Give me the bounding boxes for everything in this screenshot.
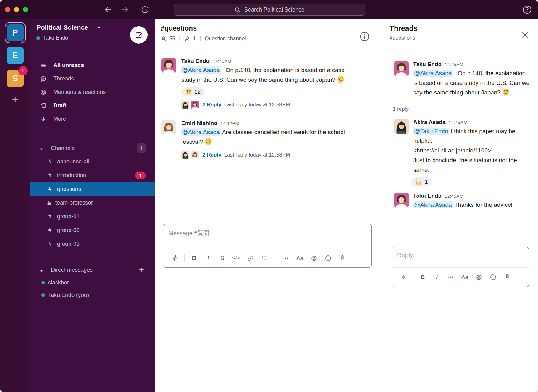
emoji-button[interactable] [321,253,335,264]
avatar-taku-endo[interactable] [394,193,409,208]
attach-file-button[interactable] [335,253,349,264]
italic-button[interactable]: I [430,272,444,283]
avatar-taku-endo[interactable] [161,58,176,73]
bold-button[interactable]: B [187,253,201,264]
new-message-button[interactable] [130,26,148,44]
mention-link[interactable]: @Akira Asada [181,66,221,74]
text-format-button[interactable]: Aa [458,272,472,283]
sidebar-dm-slackbot[interactable]: slackbot [30,276,155,289]
thread-summary[interactable]: 2 Reply Last reply today at 12:58PM [181,151,360,159]
message-author[interactable]: Emiri Nishino [181,120,217,127]
sidebar-item-draft[interactable]: Draft [30,99,155,112]
mention-link[interactable]: @Akira Asada [413,201,453,208]
ordered-list-button[interactable] [257,253,271,264]
message-author[interactable]: Taku Endo [181,58,210,65]
minimize-window-button[interactable] [14,7,19,12]
history-back-button[interactable] [104,6,112,14]
chevron-down-icon[interactable] [96,25,101,30]
sidebar-divider [30,133,155,133]
attach-file-button[interactable] [500,272,514,283]
threads-channel-name: #questions [390,35,538,41]
add-channel-button[interactable]: + [137,143,146,153]
workspace-name[interactable]: Political Science [36,24,88,31]
avatar-akira-asada[interactable] [394,119,409,134]
sidebar-channel-group-03[interactable]: # group-03 [30,237,155,251]
text-format-button[interactable]: Aa [293,253,307,264]
workspace-political-science[interactable]: P [7,24,24,41]
add-dm-button[interactable]: + [137,265,146,274]
mention-button[interactable]: @ [472,272,486,283]
channel-info-icon[interactable] [359,31,370,42]
sidebar-channel-announce-all[interactable]: # announce-all [30,155,155,168]
message-timestamp[interactable]: 14:12PM [221,121,239,126]
sidebar-channel-questions[interactable]: # questions [30,182,155,196]
reply-count-link[interactable]: 2 Reply [202,152,221,158]
message-timestamp[interactable]: 12:45AM [448,120,467,125]
reply-count-link[interactable]: 2 Reply [202,102,221,108]
close-icon[interactable] [521,31,529,39]
smiley-icon [325,255,332,262]
emoji-button[interactable] [486,272,500,283]
message-timestamp[interactable]: 12:45AM [445,193,463,199]
channel-title[interactable]: #questions [161,24,382,32]
history-forward-button[interactable] [121,6,129,14]
history-clock-icon[interactable] [141,6,149,14]
sidebar-item-mentions[interactable]: Mentions & reactions [30,85,155,99]
section-collapse-icon[interactable] [40,146,43,150]
reaction-pill[interactable]: 12 [181,87,205,96]
mention-link[interactable]: @Akira Asada [181,128,221,136]
code-button[interactable]: </> [229,253,243,264]
sidebar-channel-group-02[interactable]: # group-02 [30,223,155,237]
workspace-s[interactable]: S 1 [7,70,24,87]
zoom-window-button[interactable] [23,7,28,12]
channels-section-header[interactable]: Channels + [30,142,155,155]
more-formatting-button[interactable]: ••• [279,253,293,264]
workspace-e[interactable]: E [7,47,24,64]
close-window-button[interactable] [5,7,10,12]
avatar-emiri-nishino[interactable] [161,120,176,135]
italic-button[interactable]: I [201,253,215,264]
pin-icon[interactable] [184,36,190,42]
member-count[interactable]: 55 [169,36,175,42]
sidebar-channel-introduction[interactable]: # introduction 1 [30,168,155,182]
workspace-header: Political Science Taku Endo [30,19,155,51]
message-author[interactable]: Akira Asada [413,119,445,126]
mention-link[interactable]: @Taku Endo [413,128,449,135]
sidebar-dm-taku-endo[interactable]: Taku Endo (you) [30,289,155,301]
message-timestamp[interactable]: 12:45AM [445,62,463,67]
search-placeholder: Search Political Science [244,7,304,13]
sidebar-channel-team-professor[interactable]: team-professor [30,196,155,210]
strikethrough-button[interactable]: S [215,253,229,264]
link-button[interactable] [243,253,257,264]
more-formatting-button[interactable]: ••• [444,272,458,283]
sidebar-nav: All unreads Threads Mentions & reactions… [30,51,155,126]
mention-link[interactable]: @Akira Asada [413,70,453,77]
members-icon[interactable] [161,36,167,42]
raised-hands-emoji [415,179,422,185]
shortcuts-button[interactable] [168,253,182,264]
sidebar-item-all-unreads[interactable]: All unreads [30,59,155,72]
pin-count[interactable]: 1 [193,36,196,42]
thread-summary[interactable]: 2 Reply Last reply today at 12:58PM [181,101,360,109]
dm-section-header[interactable]: Direct messages + [30,263,155,276]
message-timestamp[interactable]: 12:45AM [213,59,231,64]
mention-button[interactable]: @ [307,253,321,264]
sidebar-item-more[interactable]: More [30,112,155,126]
shortcuts-button[interactable] [396,272,410,283]
message-author[interactable]: Taku Endo [413,61,442,68]
help-icon[interactable] [522,5,532,14]
search-input[interactable]: Search Political Science [174,4,365,16]
section-collapse-icon[interactable] [40,268,43,272]
add-workspace-button[interactable]: + [0,94,30,105]
sidebar-item-threads[interactable]: Threads [30,72,155,85]
reply-input[interactable] [392,247,529,267]
message-author[interactable]: Taku Endo [413,193,442,199]
channel-topic[interactable]: Question channel [205,36,246,42]
sidebar-channel-group-01[interactable]: # group-01 [30,210,155,223]
avatar-taku-endo[interactable] [394,61,409,76]
message-input[interactable] [163,224,371,249]
presence-dot [41,293,45,297]
reaction-pill[interactable]: 1 [411,177,432,186]
bold-button[interactable]: B [416,272,430,283]
sidebar: Political Science Taku Endo All unreads … [30,19,155,392]
